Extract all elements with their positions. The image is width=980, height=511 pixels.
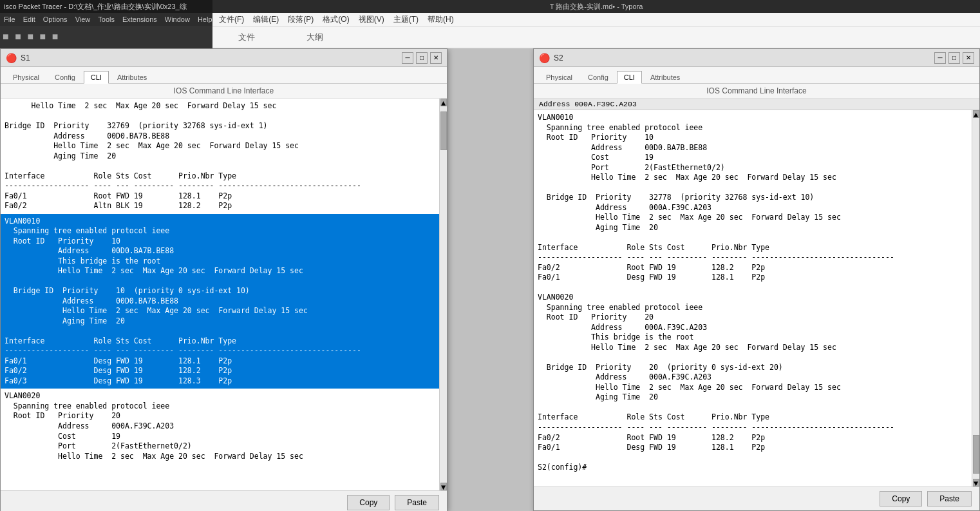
menu-edit[interactable]: Edit bbox=[23, 15, 35, 23]
menu-file[interactable]: File bbox=[4, 15, 15, 23]
typora-toolbar-file[interactable]: 文件 bbox=[238, 32, 255, 43]
s2-tabs: Physical Config CLI Attributes bbox=[534, 67, 979, 84]
s1-footer: Copy Paste bbox=[1, 490, 447, 511]
s2-terminal-pre: VLAN0010 Spanning tree enabled protocol … bbox=[534, 110, 972, 476]
s1-terminal[interactable]: Hello Time 2 sec Max Age 20 sec Forward … bbox=[1, 99, 447, 490]
s2-tab-attributes[interactable]: Attributes bbox=[643, 71, 687, 83]
s2-titlebar: 🔴 S2 ─ □ ✕ bbox=[534, 49, 979, 67]
s2-scrollbar-down[interactable]: ▼ bbox=[973, 479, 979, 487]
typora-menu-view[interactable]: 视图(V) bbox=[359, 14, 384, 25]
s2-tab-cli[interactable]: CLI bbox=[617, 71, 642, 84]
s1-terminal-selected: VLAN0010 Spanning tree enabled protocol … bbox=[1, 214, 439, 389]
s2-title-text: S2 bbox=[554, 53, 563, 63]
typora-title: T 路由交换-实训.md• - Typora bbox=[550, 2, 643, 12]
s2-terminal[interactable]: VLAN0010 Spanning tree enabled protocol … bbox=[534, 110, 979, 487]
s1-tab-config[interactable]: Config bbox=[48, 71, 82, 83]
typora-menu-format[interactable]: 格式(O) bbox=[323, 14, 349, 25]
s2-close-button[interactable]: ✕ bbox=[963, 52, 974, 64]
typora-menu-theme[interactable]: 主题(T) bbox=[393, 14, 419, 25]
s1-scrollbar-up[interactable]: ▲ bbox=[440, 99, 447, 106]
s1-minimize-button[interactable]: ─ bbox=[402, 52, 413, 64]
typora-menu-para[interactable]: 段落(P) bbox=[288, 14, 314, 25]
cisco-title: isco Packet Tracer - D:\文档\_作业\路由交换\实训\0… bbox=[4, 2, 187, 12]
s1-icon: 🔴 bbox=[6, 53, 17, 63]
s2-title: 🔴 S2 bbox=[539, 53, 563, 63]
s2-minimize-button[interactable]: ─ bbox=[934, 52, 946, 64]
s2-paste-button[interactable]: Paste bbox=[927, 491, 972, 506]
s1-titlebar: 🔴 S1 ─ □ ✕ bbox=[1, 49, 447, 67]
s1-terminal-container: Hello Time 2 sec Max Age 20 sec Forward … bbox=[1, 99, 447, 490]
s2-footer: Copy Paste bbox=[534, 487, 979, 510]
s2-terminal-container: VLAN0010 Spanning tree enabled protocol … bbox=[534, 110, 979, 487]
s2-tab-physical[interactable]: Physical bbox=[539, 71, 580, 83]
toolbar-icons: ■ ■ ■ ■ ■ bbox=[3, 32, 58, 43]
s2-scrollbar-up[interactable]: ▲ bbox=[973, 110, 979, 118]
typora-toolbar-outline[interactable]: 大纲 bbox=[306, 32, 323, 43]
s1-title: 🔴 S1 bbox=[6, 53, 30, 63]
s2-icon: 🔴 bbox=[539, 53, 550, 63]
s1-paste-button[interactable]: Paste bbox=[395, 495, 439, 510]
s1-terminal-pre1: Hello Time 2 sec Max Age 20 sec Forward … bbox=[1, 99, 439, 214]
typora-menu-help[interactable]: 帮助(H) bbox=[428, 14, 454, 25]
menu-view[interactable]: View bbox=[75, 15, 91, 23]
s1-close-button[interactable]: ✕ bbox=[430, 52, 442, 64]
s2-scrollbar[interactable]: ▲ ▼ bbox=[972, 110, 979, 487]
s2-address-header: Address 000A.F39C.A203 bbox=[534, 99, 979, 110]
menu-window[interactable]: Window bbox=[165, 15, 190, 23]
menu-options[interactable]: Options bbox=[43, 15, 68, 23]
s1-scrollbar-down[interactable]: ▼ bbox=[440, 483, 447, 490]
s2-copy-button[interactable]: Copy bbox=[880, 491, 922, 506]
s2-window: 🔴 S2 ─ □ ✕ Physical Config CLI Attribute… bbox=[533, 48, 980, 511]
s1-maximize-button[interactable]: □ bbox=[416, 52, 428, 64]
s1-tab-attributes[interactable]: Attributes bbox=[110, 71, 154, 83]
menu-extensions[interactable]: Extensions bbox=[122, 15, 157, 23]
s1-tabs: Physical Config CLI Attributes bbox=[1, 67, 447, 84]
menu-help[interactable]: Help bbox=[198, 15, 212, 23]
s1-scrollbar[interactable]: ▲ ▼ bbox=[439, 99, 447, 490]
s1-cli-header: IOS Command Line Interface bbox=[1, 84, 447, 99]
s1-tab-physical[interactable]: Physical bbox=[6, 71, 46, 83]
s2-scrollbar-thumb[interactable] bbox=[973, 435, 979, 474]
s2-controls: ─ □ ✕ bbox=[934, 52, 974, 64]
s2-cli-header: IOS Command Line Interface bbox=[534, 84, 979, 99]
s1-window: 🔴 S1 ─ □ ✕ Physical Config CLI Attribute… bbox=[0, 48, 448, 511]
s1-terminal-post: VLAN0020 Spanning tree enabled protocol … bbox=[1, 389, 439, 464]
s1-copy-button[interactable]: Copy bbox=[347, 495, 390, 510]
s2-maximize-button[interactable]: □ bbox=[948, 52, 960, 64]
s2-tab-config[interactable]: Config bbox=[581, 71, 616, 83]
s1-controls: ─ □ ✕ bbox=[402, 52, 442, 64]
s1-tab-cli[interactable]: CLI bbox=[84, 71, 109, 84]
s1-title-text: S1 bbox=[21, 53, 30, 63]
typora-menu-edit[interactable]: 编辑(E) bbox=[253, 14, 279, 25]
typora-menu-file[interactable]: 文件(F) bbox=[219, 14, 244, 25]
s1-scrollbar-thumb[interactable] bbox=[440, 111, 447, 150]
menu-tools[interactable]: Tools bbox=[98, 15, 115, 23]
